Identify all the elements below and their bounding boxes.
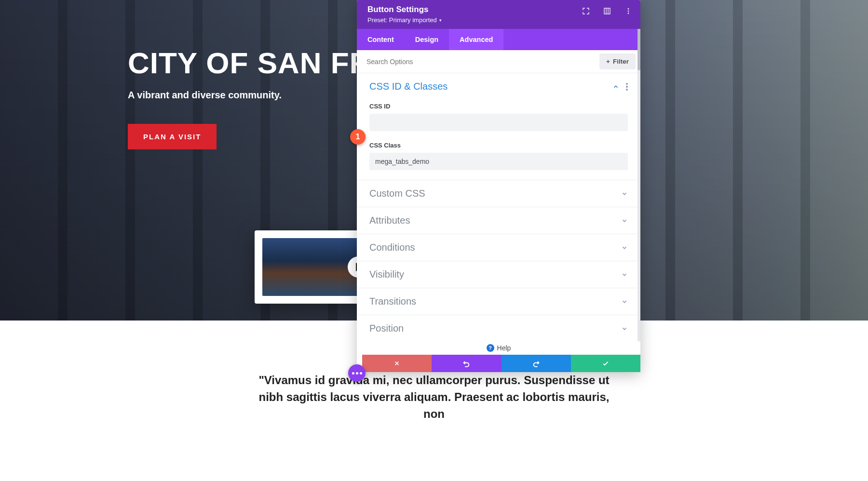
- section-transitions: Transitions: [357, 288, 640, 315]
- help-label: Help: [497, 344, 511, 352]
- section-header-attributes[interactable]: Attributes: [357, 207, 640, 234]
- undo-button[interactable]: [432, 355, 501, 372]
- section-css-id-classes: CSS ID & Classes CSS ID CSS Class: [357, 73, 640, 180]
- button-settings-panel: Button Settings Preset: Primary imported…: [357, 0, 640, 372]
- section-position: Position: [357, 315, 640, 342]
- section-attributes: Attributes: [357, 207, 640, 234]
- kebab-menu-icon[interactable]: [626, 83, 628, 91]
- help-link[interactable]: ? Help: [357, 341, 640, 355]
- svg-point-1: [628, 8, 629, 10]
- section-title: CSS ID & Classes: [369, 81, 448, 92]
- tab-design[interactable]: Design: [405, 29, 449, 50]
- message-body: "Vivamus id gravida mi, nec ullamcorper …: [251, 372, 617, 422]
- panel-preset-label: Preset: Primary imported: [367, 16, 437, 24]
- redo-button[interactable]: [502, 355, 571, 372]
- css-id-label: CSS ID: [369, 103, 628, 110]
- section-title: Custom CSS: [369, 188, 425, 199]
- section-custom-css: Custom CSS: [357, 180, 640, 207]
- chevron-down-icon: ▾: [439, 18, 442, 23]
- more-actions-fab[interactable]: [348, 364, 366, 382]
- section-visibility: Visibility: [357, 261, 640, 288]
- section-title: Position: [369, 323, 404, 334]
- plan-a-visit-button[interactable]: PLAN A VISIT: [128, 124, 217, 149]
- kebab-menu-icon[interactable]: [624, 7, 633, 15]
- section-header-transitions[interactable]: Transitions: [357, 288, 640, 315]
- section-title: Visibility: [369, 269, 404, 280]
- tab-content[interactable]: Content: [357, 29, 405, 50]
- save-button[interactable]: [571, 355, 640, 372]
- panel-header-actions: [582, 7, 633, 15]
- section-header-position[interactable]: Position: [357, 315, 640, 342]
- svg-point-3: [628, 13, 629, 14]
- panel-scrollbar[interactable]: [637, 27, 640, 355]
- tab-advanced[interactable]: Advanced: [449, 29, 503, 50]
- css-id-input[interactable]: [369, 114, 628, 131]
- annotation-number: 1: [356, 133, 360, 141]
- section-title: Conditions: [369, 242, 415, 253]
- panel-body: CSS ID & Classes CSS ID CSS Class Custom…: [357, 73, 640, 372]
- expand-icon[interactable]: [582, 7, 590, 15]
- help-icon: ?: [487, 344, 494, 352]
- section-conditions: Conditions: [357, 234, 640, 261]
- panel-preset-dropdown[interactable]: Preset: Primary imported ▾: [367, 16, 442, 24]
- section-title: Attributes: [369, 215, 410, 226]
- chevron-down-icon: [621, 298, 628, 305]
- panel-tabs: Content Design Advanced: [357, 29, 640, 50]
- section-title: Transitions: [369, 296, 416, 307]
- chevron-down-icon: [621, 217, 628, 224]
- css-class-label: CSS Class: [369, 142, 628, 149]
- annotation-marker-1: 1: [350, 129, 366, 145]
- filter-button[interactable]: + Filter: [599, 53, 636, 69]
- panel-search-row: + Filter: [357, 50, 640, 73]
- discard-button[interactable]: [362, 355, 432, 372]
- svg-point-2: [628, 11, 629, 12]
- columns-icon[interactable]: [603, 7, 611, 15]
- filter-button-label: Filter: [613, 58, 629, 65]
- section-body-css-id-classes: CSS ID CSS Class: [357, 103, 640, 180]
- panel-footer-actions: [362, 355, 640, 372]
- chevron-down-icon: [621, 271, 628, 278]
- chevron-down-icon: [621, 325, 628, 332]
- plus-icon: +: [606, 58, 610, 65]
- section-header-custom-css[interactable]: Custom CSS: [357, 180, 640, 207]
- chevron-up-icon: [612, 83, 619, 90]
- section-header-visibility[interactable]: Visibility: [357, 261, 640, 288]
- chevron-down-icon: [621, 244, 628, 251]
- svg-rect-0: [604, 8, 610, 14]
- section-header-css-id-classes[interactable]: CSS ID & Classes: [357, 73, 640, 100]
- panel-header: Button Settings Preset: Primary imported…: [357, 0, 640, 29]
- chevron-down-icon: [621, 190, 628, 197]
- section-header-conditions[interactable]: Conditions: [357, 234, 640, 261]
- css-class-input[interactable]: [369, 153, 628, 170]
- search-options-input[interactable]: [357, 51, 599, 72]
